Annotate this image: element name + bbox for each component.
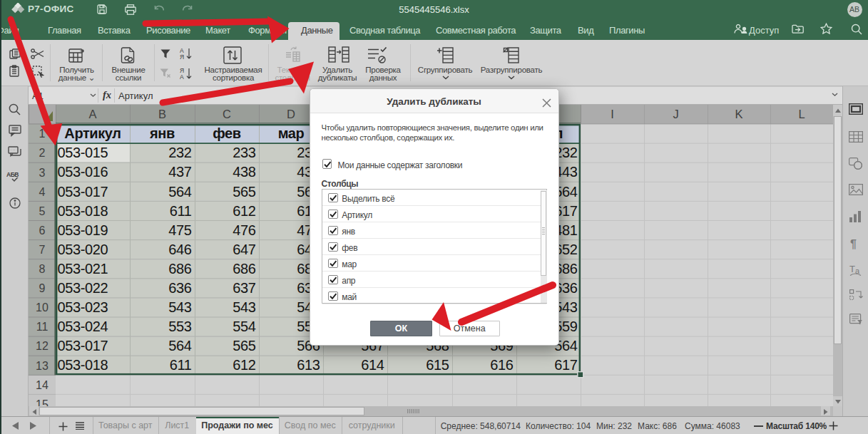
svg-text:1: 1: [39, 128, 46, 140]
svg-text:553: 553: [168, 319, 191, 334]
svg-text:¶: ¶: [850, 238, 857, 250]
svg-text:10: 10: [36, 301, 48, 314]
svg-text:475: 475: [168, 222, 191, 238]
svg-text:053-022: 053-022: [58, 280, 108, 296]
svg-text:053-019: 053-019: [58, 222, 108, 238]
svg-text:637: 637: [233, 280, 255, 296]
svg-text:647: 647: [233, 242, 255, 257]
svg-text:B: B: [158, 108, 166, 120]
svg-text:543: 543: [233, 299, 255, 315]
svg-text:6: 6: [39, 224, 46, 237]
svg-text:T: T: [849, 264, 855, 274]
svg-text:616: 616: [490, 357, 513, 373]
svg-text:янв: янв: [149, 125, 175, 141]
svg-text:Я: Я: [180, 53, 184, 60]
svg-text:233: 233: [233, 145, 255, 160]
svg-text:14: 14: [36, 379, 48, 391]
svg-text:564: 564: [168, 338, 191, 353]
svg-text:11: 11: [36, 321, 48, 333]
svg-text:053-024: 053-024: [58, 319, 108, 334]
svg-text:15: 15: [36, 398, 48, 406]
svg-text:543: 543: [168, 299, 191, 315]
svg-text:2: 2: [39, 147, 46, 159]
svg-text:611: 611: [170, 357, 192, 373]
svg-text:053-020: 053-020: [58, 242, 108, 257]
svg-text:564: 564: [168, 184, 191, 200]
svg-text:565: 565: [233, 184, 255, 200]
svg-text:053-018: 053-018: [58, 203, 108, 219]
svg-text:C: C: [223, 108, 231, 120]
svg-text:K: K: [735, 108, 742, 120]
svg-text:053-023: 053-023: [58, 299, 108, 315]
svg-text:611: 611: [170, 203, 192, 219]
svg-text:А: А: [180, 73, 184, 80]
svg-text:554: 554: [233, 319, 255, 334]
svg-text:L: L: [798, 108, 805, 120]
svg-text:12: 12: [36, 340, 48, 352]
svg-text:437: 437: [168, 164, 191, 180]
svg-text:053-017: 053-017: [58, 338, 108, 353]
svg-text:614: 614: [361, 357, 384, 373]
svg-text:4: 4: [39, 186, 46, 198]
svg-text:фев: фев: [213, 125, 241, 141]
svg-text:053-017: 053-017: [58, 184, 108, 200]
svg-text:686: 686: [233, 261, 255, 277]
svg-text:438: 438: [233, 164, 255, 180]
svg-text:3: 3: [39, 167, 46, 179]
svg-text:053-016: 053-016: [58, 164, 108, 180]
svg-text:9: 9: [39, 282, 46, 294]
svg-text:613: 613: [297, 357, 320, 373]
svg-text:612: 612: [233, 357, 255, 373]
svg-text:476: 476: [233, 222, 255, 238]
svg-text:612: 612: [233, 203, 255, 219]
svg-text:053-021: 053-021: [58, 261, 108, 277]
svg-text:мар: мар: [278, 125, 305, 141]
svg-text:8: 8: [39, 263, 46, 275]
svg-text:053-018: 053-018: [58, 357, 108, 373]
svg-text:636: 636: [168, 280, 191, 296]
svg-text:I: I: [611, 108, 614, 120]
svg-text:5: 5: [39, 205, 46, 217]
svg-text:A: A: [88, 108, 96, 120]
svg-text:565: 565: [233, 338, 255, 353]
svg-text:615: 615: [426, 357, 449, 373]
svg-text:686: 686: [168, 261, 191, 277]
svg-text:Артикул: Артикул: [64, 125, 121, 141]
svg-text:617: 617: [554, 357, 577, 373]
svg-text:646: 646: [168, 242, 191, 257]
svg-text:7: 7: [39, 244, 46, 256]
svg-text:D: D: [287, 108, 295, 120]
svg-text:13: 13: [36, 360, 48, 372]
svg-text:J: J: [673, 108, 678, 120]
svg-text:232: 232: [168, 145, 191, 160]
svg-text:053-015: 053-015: [58, 145, 108, 160]
